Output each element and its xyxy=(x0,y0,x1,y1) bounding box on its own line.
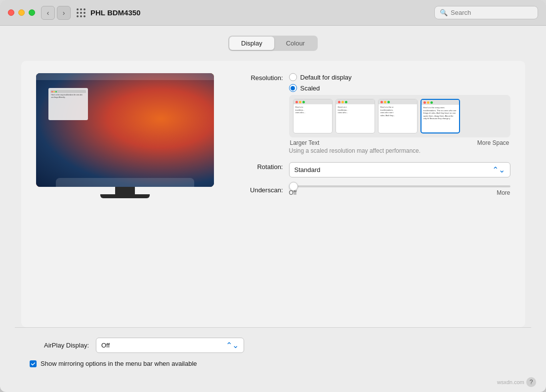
resolution-control: Default for display Scaled xyxy=(289,73,510,154)
forward-icon: › xyxy=(63,9,65,17)
rotation-label: Rotation: xyxy=(239,162,283,171)
bottom-section: AirPlay Display: Off ⌃⌄ Show mirroring o… xyxy=(15,327,531,377)
settings-section: Resolution: Default for display Scaled xyxy=(239,73,510,315)
search-box[interactable]: 🔍 xyxy=(434,6,538,19)
monitor-window-preview: Here's to the crazy troublemakers the on… xyxy=(48,88,88,120)
underscan-label: Underscan: xyxy=(239,185,283,194)
resolution-scaled-radio[interactable] xyxy=(289,84,297,92)
resolution-scaled-option[interactable]: Scaled xyxy=(289,84,510,92)
tab-colour[interactable]: Colour xyxy=(274,37,317,50)
checkmark-icon xyxy=(31,361,36,366)
resolution-label: Resolution: xyxy=(239,73,283,82)
monitor-stand-neck xyxy=(115,187,135,194)
minimize-button[interactable] xyxy=(18,9,25,16)
nav-buttons: ‹ › xyxy=(41,6,71,20)
maximize-button[interactable] xyxy=(29,9,35,16)
underscan-slider[interactable] xyxy=(289,185,510,187)
resolution-default-label: Default for display xyxy=(300,74,352,81)
rotation-row: Rotation: Standard ⌃⌄ xyxy=(239,162,510,177)
monitor-menubar xyxy=(36,73,214,80)
airplay-value: Off xyxy=(101,342,110,349)
underscan-max-label: More xyxy=(497,189,510,196)
mirroring-label: Show mirroring options in the menu bar w… xyxy=(41,360,197,367)
monitor-dock xyxy=(56,178,194,187)
resolution-thumbnails: Here's totroublem...ones who... xyxy=(289,95,510,137)
resolution-default-option[interactable]: Default for display xyxy=(289,73,510,81)
scale-left-label: Larger Text xyxy=(290,139,320,146)
rotation-value: Standard xyxy=(294,166,321,174)
system-preferences-window: ‹ › PHL BDM4350 🔍 Display Colour xyxy=(0,0,546,392)
titlebar: ‹ › PHL BDM4350 🔍 xyxy=(0,0,546,26)
close-button[interactable] xyxy=(8,9,14,16)
help-button[interactable]: ? xyxy=(526,377,536,387)
underscan-labels: Off More xyxy=(289,189,510,196)
resolution-default-radio[interactable] xyxy=(289,73,297,81)
resolution-row: Resolution: Default for display Scaled xyxy=(239,73,510,154)
back-icon: ‹ xyxy=(47,9,49,17)
monitor-stand-base xyxy=(100,194,150,198)
mirroring-checkbox[interactable] xyxy=(30,360,37,367)
rotation-chevron-icon: ⌃⌄ xyxy=(492,165,505,174)
content-area: Display Colour xyxy=(0,26,546,392)
main-panel: Here's to the crazy troublemakers the on… xyxy=(21,61,525,327)
airplay-dropdown[interactable]: Off ⌃⌄ xyxy=(96,338,244,353)
performance-warning: Using a scaled resolution may affect per… xyxy=(289,147,510,154)
rotation-control: Standard ⌃⌄ xyxy=(289,162,510,177)
underscan-control: Off More xyxy=(289,185,510,196)
airplay-label: AirPlay Display: xyxy=(30,342,89,349)
thumb-2-text: Here's to ttroublema...ones who... xyxy=(336,104,375,116)
rotation-dropdown[interactable]: Standard ⌃⌄ xyxy=(289,162,510,177)
tabs-container: Display Colour xyxy=(228,36,318,51)
scale-right-label: More Space xyxy=(477,139,509,146)
watermark: wsxdn.com ? xyxy=(497,377,536,387)
monitor-preview: Here's to the crazy troublemakers the on… xyxy=(36,73,224,315)
underscan-slider-container: Off More xyxy=(289,185,510,196)
monitor-body: Here's to the crazy troublemakers the on… xyxy=(36,73,214,187)
resolution-thumb-2[interactable]: Here's to ttroublema...ones who... xyxy=(336,99,375,133)
window-title: PHL BDM4350 xyxy=(90,8,434,17)
thumb-4-text: Here's to the crazy ones troublemakers. … xyxy=(421,105,459,122)
underscan-min-label: Off xyxy=(289,189,297,196)
forward-button[interactable]: › xyxy=(57,6,71,20)
scale-labels: Larger Text More Space xyxy=(289,139,510,146)
search-icon: 🔍 xyxy=(440,9,448,16)
airplay-row: AirPlay Display: Off ⌃⌄ xyxy=(30,338,516,353)
watermark-text: wsxdn.com xyxy=(497,379,524,385)
search-input[interactable] xyxy=(451,9,533,16)
thumb-1-text: Here's totroublem...ones who... xyxy=(294,104,332,116)
mirroring-checkbox-row: Show mirroring options in the menu bar w… xyxy=(30,360,516,367)
resolution-thumb-1[interactable]: Here's totroublem...ones who... xyxy=(293,99,333,133)
monitor-screen: Here's to the crazy troublemakers the on… xyxy=(36,73,214,187)
grid-icon[interactable] xyxy=(77,8,85,17)
resolution-thumb-3[interactable]: Here's to the crtroublemakers.ones who s… xyxy=(378,99,418,133)
tab-display[interactable]: Display xyxy=(229,37,274,50)
back-button[interactable]: ‹ xyxy=(41,6,55,20)
traffic-lights xyxy=(8,9,35,16)
resolution-thumb-4[interactable]: Here's to the crazy ones troublemakers. … xyxy=(420,99,460,133)
airplay-chevron-icon: ⌃⌄ xyxy=(226,341,239,350)
underscan-row: Underscan: Off More xyxy=(239,185,510,196)
resolution-scaled-label: Scaled xyxy=(300,85,320,92)
thumb-3-text: Here's to the crtroublemakers.ones who s… xyxy=(378,104,417,118)
